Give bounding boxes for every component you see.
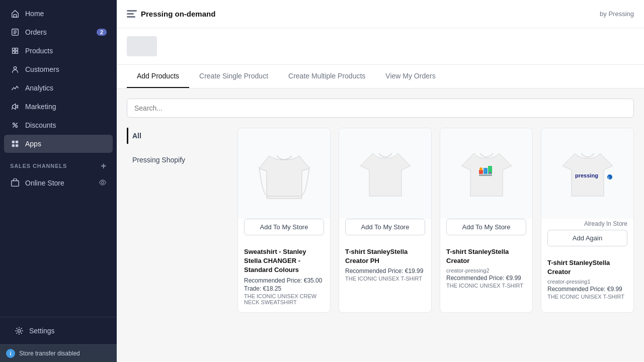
home-icon <box>10 9 20 19</box>
sidebar-item-online-store[interactable]: Online Store <box>4 174 113 192</box>
svg-point-11 <box>18 329 20 332</box>
sidebar-item-apps-label: Apps <box>25 140 107 148</box>
product-recommended-price-p1: Recommended Price: €35.00 <box>244 277 324 284</box>
orders-icon <box>10 27 20 37</box>
svg-point-16 <box>479 167 482 170</box>
sidebar-item-marketing[interactable]: Marketing <box>4 98 113 116</box>
tab-create-single[interactable]: Create Single Product <box>189 65 278 88</box>
sidebar-item-analytics[interactable]: Analytics <box>4 79 113 97</box>
online-store-visibility-icon[interactable] <box>99 178 107 188</box>
add-again-button-p4[interactable]: Add Again <box>547 230 627 246</box>
tab-add-products[interactable]: Add Products <box>127 65 189 88</box>
product-creator-p3: creator-pressing2 <box>446 267 526 274</box>
sidebar-item-products[interactable]: Products <box>4 42 113 60</box>
sales-channels-section: SALES CHANNELS + <box>0 153 117 173</box>
online-store-icon <box>10 178 20 188</box>
topbar-by: by Pressing <box>600 10 634 18</box>
svg-rect-15 <box>479 174 492 176</box>
product-creator-p4: creator-pressing1 <box>547 279 627 285</box>
product-trade-price-p1: Trade: €18.25 <box>244 285 324 292</box>
sidebar-item-products-label: Products <box>25 47 107 55</box>
sidebar-item-settings[interactable]: Settings <box>8 322 109 340</box>
product-recommended-price-p3: Recommended Price: €9.99 <box>446 275 526 282</box>
product-card-p2: Add To My Store T-shirt StanleyStella Cr… <box>339 128 432 313</box>
product-info-p4: T-shirt StanleyStella Creator creator-pr… <box>541 252 633 312</box>
product-description-p2: THE ICONIC UNISEX T-SHIRT <box>345 276 425 282</box>
svg-point-2 <box>14 67 16 69</box>
logo-line-1 <box>127 10 137 12</box>
topbar-left: Pressing on-demand <box>127 10 215 18</box>
filter-item-all[interactable]: All <box>127 128 227 144</box>
info-icon: i <box>6 349 15 358</box>
product-info-p1: Sweatshirt - Stanley Stella CHANGER - St… <box>238 241 330 312</box>
customers-icon <box>10 64 20 74</box>
sidebar-item-orders-label: Orders <box>25 28 92 36</box>
sidebar-item-home-label: Home <box>25 10 107 18</box>
apps-icon <box>10 139 20 149</box>
svg-rect-6 <box>16 141 18 143</box>
sidebar-item-settings-label: Settings <box>29 327 103 335</box>
sidebar-item-marketing-label: Marketing <box>25 103 107 111</box>
svg-rect-9 <box>12 181 19 187</box>
sales-channels-label: SALES CHANNELS <box>10 163 67 169</box>
product-description-p1: THE ICONIC UNISEX CREW NECK SWEATSHIRT <box>244 293 324 305</box>
main-content: Pressing on-demand by Pressing Add Produ… <box>117 0 644 362</box>
sidebar: Home Orders 2 Products Customers Analy <box>0 0 117 362</box>
topbar-title: Pressing on-demand <box>141 10 215 18</box>
store-transfer-label: Store transfer disabled <box>19 350 80 357</box>
svg-rect-8 <box>16 144 18 147</box>
svg-point-10 <box>102 181 104 184</box>
product-card-p1: Add To My Store Sweatshirt - Stanley Ste… <box>237 128 331 313</box>
products-grid: Add To My Store Sweatshirt - Stanley Ste… <box>237 128 634 313</box>
sidebar-item-orders[interactable]: Orders 2 <box>4 23 113 41</box>
product-description-p4: THE ICONIC UNISEX T-SHIRT <box>547 294 627 300</box>
tabs-bar: Add Products Create Single Product Creat… <box>117 65 644 88</box>
sidebar-item-discounts[interactable]: Discounts <box>4 116 113 134</box>
svg-rect-13 <box>484 168 488 174</box>
logo-line-2 <box>127 13 134 15</box>
sidebar-item-home[interactable]: Home <box>4 5 113 23</box>
already-in-store-label: Already In Store <box>584 220 627 227</box>
settings-icon <box>14 326 24 336</box>
products-icon <box>10 46 20 56</box>
product-image-tshirt-colorful <box>440 128 532 219</box>
tab-create-multiple[interactable]: Create Multiple Products <box>278 65 375 88</box>
svg-text:i: i <box>608 176 609 179</box>
svg-rect-0 <box>14 15 16 17</box>
svg-text:pressing: pressing <box>575 172 598 178</box>
tab-view-orders[interactable]: View My Orders <box>375 65 445 88</box>
products-layout: All Pressing Shopify <box>127 128 634 313</box>
svg-point-4 <box>16 126 18 128</box>
marketing-icon <box>10 102 20 112</box>
product-recommended-price-p2: Recommended Price: €19.99 <box>345 267 425 275</box>
product-recommended-price-p4: Recommended Price: €9.99 <box>547 286 627 293</box>
sidebar-item-apps[interactable]: Apps <box>4 135 113 153</box>
banner-area <box>117 28 644 65</box>
sidebar-item-customers[interactable]: Customers <box>4 60 113 78</box>
product-name-p2: T-shirt StanleyStella Creator PH <box>345 247 425 265</box>
sidebar-item-customers-label: Customers <box>25 65 107 73</box>
app-logo: Pressing on-demand <box>127 10 215 18</box>
product-card-p4: pressing i Already In Store Add Again T-… <box>541 128 634 313</box>
analytics-icon <box>10 83 20 93</box>
logo-line-3 <box>127 16 135 18</box>
product-image-sweatshirt <box>238 128 330 219</box>
search-input[interactable] <box>127 99 634 118</box>
banner-image <box>127 36 157 56</box>
discounts-icon <box>10 120 20 130</box>
orders-badge: 2 <box>97 29 107 36</box>
add-to-store-button-p1[interactable]: Add To My Store <box>244 219 324 235</box>
product-image-tshirt-pressing: pressing i <box>541 128 633 219</box>
add-to-store-button-p3[interactable]: Add To My Store <box>446 219 526 235</box>
product-name-p3: T-shirt StanleyStella Creator <box>446 247 526 265</box>
topbar: Pressing on-demand by Pressing <box>117 0 644 28</box>
content-area: All Pressing Shopify <box>117 88 644 362</box>
svg-rect-12 <box>479 170 483 174</box>
filter-sidebar: All Pressing Shopify <box>127 128 227 313</box>
product-info-p3: T-shirt StanleyStella Creator creator-pr… <box>440 241 532 312</box>
add-sales-channel-button[interactable]: + <box>101 161 107 170</box>
filter-item-pressing-shopify[interactable]: Pressing Shopify <box>127 152 227 168</box>
add-to-store-button-p2[interactable]: Add To My Store <box>345 219 425 235</box>
store-transfer-banner: i Store transfer disabled <box>0 344 117 362</box>
sidebar-item-online-store-label: Online Store <box>25 179 94 187</box>
